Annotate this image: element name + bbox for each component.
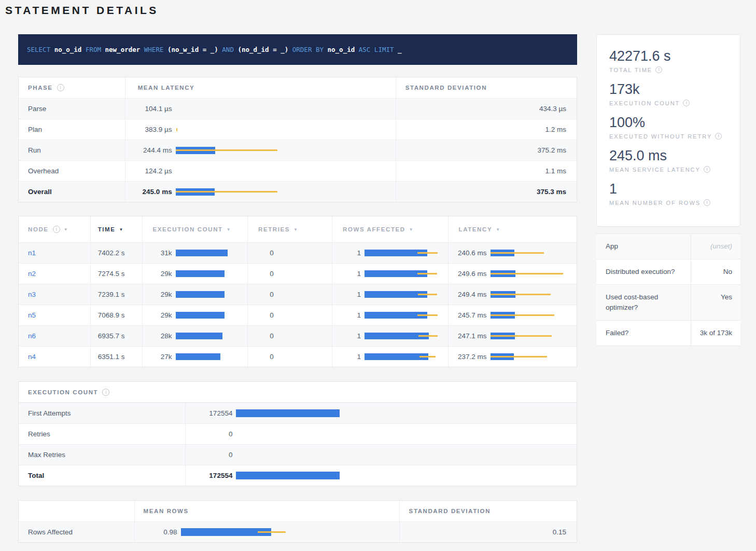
stat-value: 245.0 ms xyxy=(609,147,727,164)
std-deviation-value: 1.1 ms xyxy=(396,161,577,181)
node-latency-value: 249.4 ms xyxy=(449,291,487,298)
execution-count-value-cell: 172554 xyxy=(185,403,577,423)
info-icon[interactable]: i xyxy=(715,133,722,140)
execution-count-row-label: First Attempts xyxy=(19,403,185,423)
detail-label: App xyxy=(596,234,691,259)
mean-rows-header-label: MEAN ROWS xyxy=(144,508,189,514)
node-rows-affected-cell: 1 xyxy=(332,326,448,346)
node-link[interactable]: n5 xyxy=(28,311,36,319)
mean-rows-value: 0.98 xyxy=(135,528,177,536)
detail-row: Failed?3k of 173k xyxy=(596,320,740,346)
phase-name: Run xyxy=(19,140,125,160)
mean-rows-header-cell: MEAN ROWS xyxy=(134,501,399,521)
node-latency-cell: 249.6 ms xyxy=(448,264,577,284)
statement-details-page: STATEMENT DETAILS SELECT no_o_id FROM ne… xyxy=(0,0,756,543)
summary-stat: 173kEXECUTION COUNTi xyxy=(609,80,727,106)
time-column-header[interactable]: TIME ▼ xyxy=(90,216,142,242)
page-title: STATEMENT DETAILS xyxy=(5,3,756,18)
summary-stat: 42271.6 sTOTAL TIMEi xyxy=(609,47,727,73)
rows-affected-column-header[interactable]: ROWS AFFECTED ▼ xyxy=(332,216,448,242)
latency-bar-chart xyxy=(176,147,282,154)
latency-column-header[interactable]: LATENCY ▼ xyxy=(448,216,577,242)
node-exec-count-cell: 27k xyxy=(142,347,248,367)
node-link[interactable]: n3 xyxy=(28,291,36,298)
node-link[interactable]: n1 xyxy=(28,249,36,257)
mean-bar xyxy=(236,472,340,479)
info-icon[interactable]: i xyxy=(704,199,710,206)
stddev-whisker xyxy=(491,314,554,316)
stat-value: 42271.6 s xyxy=(609,47,727,65)
info-icon[interactable]: i xyxy=(683,100,690,106)
node-exec-count-value: 29k xyxy=(143,291,172,298)
sql-identifier: new_order xyxy=(105,46,144,53)
node-rows-affected-cell: 1 xyxy=(332,243,448,263)
execution-count-value: 0 xyxy=(186,430,232,438)
retries-column-header[interactable]: RETRIES ▼ xyxy=(247,216,332,242)
node-latency-value: 245.7 ms xyxy=(449,311,487,319)
node-latency-cell: 237.2 ms xyxy=(448,347,577,367)
mean-latency-header-cell[interactable]: MEAN LATENCY xyxy=(125,77,396,98)
sort-arrow-icon[interactable]: ▼ xyxy=(409,227,414,232)
node-table-header: NODE i ▼ TIME ▼ EXECUTION COUNT ▼ RETRIE… xyxy=(19,216,577,242)
stat-label: MEAN NUMBER OF ROWSi xyxy=(609,199,727,206)
mean-latency-cell: 244.4 ms xyxy=(125,140,396,160)
phase-header-cell[interactable]: PHASE i xyxy=(19,77,125,98)
node-retries-value: 0 xyxy=(247,305,332,325)
node-link[interactable]: n6 xyxy=(28,332,36,340)
node-rows-affected-value: 1 xyxy=(332,249,361,257)
node-time-value: 6351.1 s xyxy=(90,347,142,367)
node-exec-count-cell: 29k xyxy=(142,305,248,325)
latency-bar-chart xyxy=(176,291,232,298)
sort-arrow-icon[interactable]: ▼ xyxy=(119,227,124,232)
stat-label: EXECUTION COUNTi xyxy=(609,100,727,106)
sql-keyword: WHERE xyxy=(144,46,167,53)
node-cell: n5 xyxy=(19,305,90,325)
info-icon[interactable]: i xyxy=(57,84,64,91)
phase-row: Parse104.1 µs434.3 µs xyxy=(19,98,577,119)
latency-bar-chart xyxy=(176,270,232,277)
latency-bar-chart xyxy=(491,312,564,319)
node-exec-count-value: 29k xyxy=(143,270,172,278)
info-icon[interactable]: i xyxy=(102,389,109,396)
execution-count-table: EXECUTION COUNT i First Attempts172554Re… xyxy=(18,381,577,486)
latency-bar-chart xyxy=(176,168,282,175)
sql-identifier: (no_d_id = _) xyxy=(237,46,292,53)
node-exec-count-cell: 31k xyxy=(142,243,248,263)
node-exec-count-value: 29k xyxy=(143,311,172,319)
sort-arrow-icon[interactable]: ▼ xyxy=(227,227,232,232)
node-rows-affected-value: 1 xyxy=(332,291,361,298)
sort-arrow-icon[interactable]: ▼ xyxy=(64,227,69,232)
execution-count-row: Total172554 xyxy=(19,465,577,486)
phase-row: Overall245.0 ms375.3 ms xyxy=(19,181,577,202)
node-rows-affected-value: 1 xyxy=(332,332,361,340)
sort-arrow-icon[interactable]: ▼ xyxy=(293,227,299,232)
detail-value: 3k of 173k xyxy=(691,321,740,346)
std-deviation-value: 1.2 ms xyxy=(396,119,577,140)
summary-stats-card: 42271.6 sTOTAL TIMEi173kEXECUTION COUNTi… xyxy=(596,34,740,227)
time-header-label: TIME xyxy=(98,226,116,232)
execution-count-column-header[interactable]: EXECUTION COUNT ▼ xyxy=(142,216,248,242)
info-icon[interactable]: i xyxy=(704,166,710,173)
execution-count-value: 172554 xyxy=(186,472,232,479)
phase-name: Parse xyxy=(19,99,125,119)
node-column-header[interactable]: NODE i ▼ xyxy=(19,216,90,242)
latency-bar-chart xyxy=(236,409,369,417)
detail-row: App(unset) xyxy=(596,233,740,259)
node-link[interactable]: n4 xyxy=(28,353,36,361)
sql-identifier: _ xyxy=(398,46,402,53)
info-icon[interactable]: i xyxy=(655,66,662,73)
sql-keyword: ASC LIMIT xyxy=(359,46,398,53)
stddev-whisker xyxy=(176,191,277,192)
node-exec-count-value: 27k xyxy=(143,353,172,361)
stddev-whisker xyxy=(417,273,437,274)
node-header-label: NODE xyxy=(28,226,49,232)
std-deviation-header-cell[interactable]: STANDARD DEVIATION xyxy=(396,77,577,98)
mean-bar xyxy=(176,250,228,256)
info-icon[interactable]: i xyxy=(53,226,60,233)
sort-arrow-icon[interactable]: ▼ xyxy=(496,227,501,232)
latency-bar-chart xyxy=(176,333,232,339)
summary-stat: 1MEAN NUMBER OF ROWSi xyxy=(609,180,727,206)
node-row: n37239.1 s29k01249.4 ms xyxy=(19,284,577,305)
node-link[interactable]: n2 xyxy=(28,270,36,278)
std-deviation-header-label: STANDARD DEVIATION xyxy=(405,85,487,91)
